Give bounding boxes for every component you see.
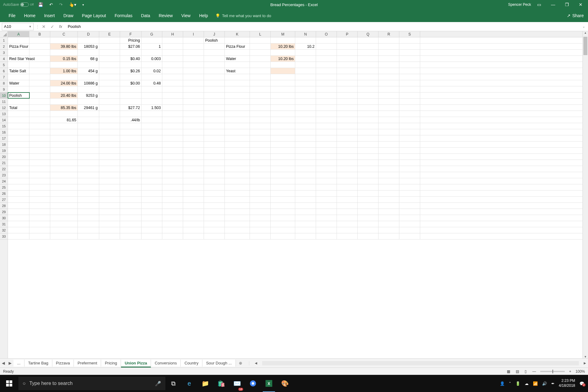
cell-S17[interactable]	[399, 135, 420, 141]
cell-B5[interactable]	[29, 62, 50, 68]
cell-I29[interactable]	[183, 209, 204, 215]
row-header-21[interactable]: 21	[0, 160, 8, 166]
cell-L9[interactable]	[250, 86, 271, 92]
cell-L6[interactable]	[250, 68, 271, 74]
cell-F4[interactable]: $0.40	[120, 56, 141, 62]
cell-F3[interactable]	[120, 50, 141, 55]
row-header-19[interactable]: 19	[0, 148, 8, 154]
cell-J33[interactable]	[204, 233, 225, 239]
cell-L3[interactable]	[250, 50, 271, 55]
cell-L11[interactable]	[250, 99, 271, 104]
col-header-N[interactable]: N	[295, 31, 316, 37]
cell-G24[interactable]	[141, 178, 162, 184]
cell-G28[interactable]	[141, 203, 162, 209]
accept-formula-icon[interactable]: ✓	[48, 24, 57, 29]
cell-A33[interactable]	[8, 233, 29, 239]
tab-formulas[interactable]: Formulas	[110, 10, 137, 21]
cell-M22[interactable]	[271, 166, 295, 172]
cell-D31[interactable]	[78, 221, 99, 227]
cell-G7[interactable]	[141, 74, 162, 80]
cell-B29[interactable]	[29, 209, 50, 215]
cell-O7[interactable]	[316, 74, 337, 80]
cell-J3[interactable]	[204, 50, 225, 55]
close-icon[interactable]: ✕	[575, 1, 586, 8]
cell-D4[interactable]: 68 g	[78, 56, 99, 62]
cell-N31[interactable]	[295, 221, 316, 227]
cell-A20[interactable]	[8, 154, 29, 160]
cell-E31[interactable]	[99, 221, 120, 227]
cell-J22[interactable]	[204, 166, 225, 172]
cell-A15[interactable]	[8, 123, 29, 129]
row-header-2[interactable]: 2	[0, 43, 8, 50]
cell-F16[interactable]	[120, 129, 141, 135]
cell-M4[interactable]: 10.20 lbs	[271, 56, 295, 62]
cell-Q9[interactable]	[358, 86, 379, 92]
cell-Q2[interactable]	[358, 43, 379, 49]
cell-D8[interactable]: 10886 g	[78, 80, 99, 86]
cell-P28[interactable]	[337, 203, 358, 209]
cell-A21[interactable]	[8, 160, 29, 166]
cell-O26[interactable]	[316, 190, 337, 196]
cell-K33[interactable]	[225, 233, 250, 239]
cell-A12[interactable]: Total	[8, 105, 29, 111]
cell-K24[interactable]	[225, 178, 250, 184]
cell-S18[interactable]	[399, 141, 420, 147]
cell-S28[interactable]	[399, 203, 420, 209]
cell-E1[interactable]	[99, 37, 120, 43]
cell-H31[interactable]	[162, 221, 183, 227]
cell-G10[interactable]	[141, 92, 162, 98]
cell-P15[interactable]	[337, 123, 358, 129]
cell-H13[interactable]	[162, 111, 183, 117]
cell-P33[interactable]	[337, 233, 358, 239]
cell-M11[interactable]	[271, 99, 295, 104]
cell-S21[interactable]	[399, 160, 420, 166]
cell-L15[interactable]	[250, 123, 271, 129]
cell-A17[interactable]	[8, 135, 29, 141]
cell-B14[interactable]	[29, 117, 50, 123]
cell-Q31[interactable]	[358, 221, 379, 227]
cell-G8[interactable]: 0.48	[141, 80, 162, 86]
cell-O11[interactable]	[316, 99, 337, 104]
cell-O17[interactable]	[316, 135, 337, 141]
cell-L30[interactable]	[250, 215, 271, 221]
cell-R18[interactable]	[379, 141, 399, 147]
cell-R2[interactable]	[379, 43, 399, 49]
pen-icon[interactable]: ✒	[551, 381, 555, 386]
col-header-L[interactable]: L	[250, 31, 271, 37]
cell-G25[interactable]	[141, 184, 162, 190]
cell-E10[interactable]	[99, 92, 120, 98]
cell-M14[interactable]	[271, 117, 295, 123]
cell-G32[interactable]	[141, 227, 162, 233]
cell-A16[interactable]	[8, 129, 29, 135]
cell-O3[interactable]	[316, 50, 337, 55]
cell-S8[interactable]	[399, 80, 420, 86]
cell-S30[interactable]	[399, 215, 420, 221]
cell-C5[interactable]	[50, 62, 78, 68]
cell-S29[interactable]	[399, 209, 420, 215]
cell-J27[interactable]	[204, 197, 225, 202]
cell-D1[interactable]	[78, 37, 99, 43]
cell-H11[interactable]	[162, 99, 183, 104]
cell-S2[interactable]	[399, 43, 420, 49]
cell-A25[interactable]	[8, 184, 29, 190]
cell-H14[interactable]	[162, 117, 183, 123]
cell-C23[interactable]	[50, 172, 78, 178]
cell-B18[interactable]	[29, 141, 50, 147]
cell-S4[interactable]	[399, 56, 420, 62]
cell-D12[interactable]: 29461 g	[78, 105, 99, 111]
col-header-R[interactable]: R	[379, 31, 399, 37]
cell-C17[interactable]	[50, 135, 78, 141]
cell-R21[interactable]	[379, 160, 399, 166]
cell-F25[interactable]	[120, 184, 141, 190]
cell-J1[interactable]: Poolish	[204, 37, 225, 43]
cell-D7[interactable]	[78, 74, 99, 80]
row-header-3[interactable]: 3	[0, 50, 8, 56]
cell-N11[interactable]	[295, 99, 316, 104]
cell-I5[interactable]	[183, 62, 204, 68]
cell-H18[interactable]	[162, 141, 183, 147]
cell-G16[interactable]	[141, 129, 162, 135]
cell-M23[interactable]	[271, 172, 295, 178]
cell-H9[interactable]	[162, 86, 183, 92]
cell-K32[interactable]	[225, 227, 250, 233]
cell-O13[interactable]	[316, 111, 337, 117]
